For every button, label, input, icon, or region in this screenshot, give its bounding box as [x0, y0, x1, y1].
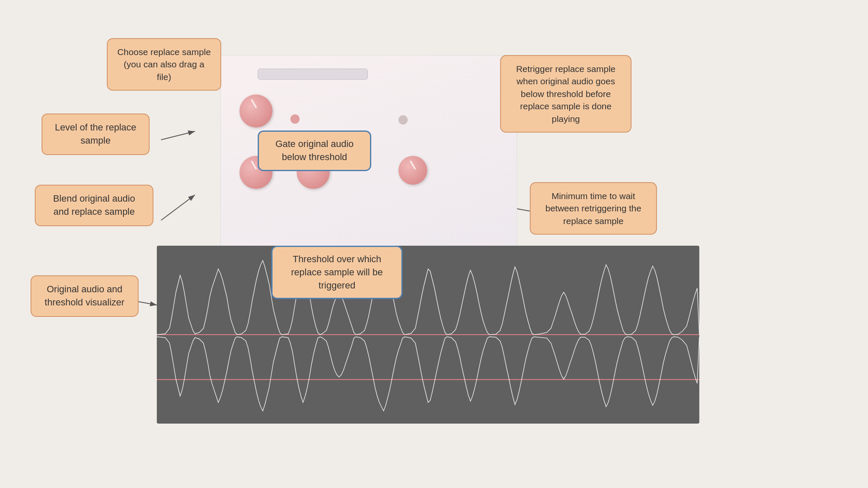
- choose-sample-annotation: Choose replace sample (you can also drag…: [107, 38, 221, 91]
- retrigger-hold-group: [398, 152, 427, 187]
- retrigger-annotation: Retrigger replace sample when original a…: [500, 55, 632, 133]
- gate-text: Gate original audio below threshold: [275, 139, 354, 162]
- waveform-area: [157, 246, 699, 424]
- gate-group: [290, 114, 304, 124]
- gate-annotation: Gate original audio below threshold: [258, 130, 371, 171]
- threshold-text: Threshold over which replace sample will…: [291, 254, 383, 291]
- retrigger-text: Retrigger replace sample when original a…: [516, 64, 616, 124]
- replace-level-knob[interactable]: [239, 94, 273, 128]
- retrigger-hold-text: Minimum time to wait between retriggerin…: [545, 191, 641, 226]
- retrigger-group: [398, 115, 412, 125]
- retrigger-dot[interactable]: [398, 115, 408, 125]
- blend-text: Blend original audio and replace sample: [53, 193, 135, 217]
- svg-line-2: [161, 131, 195, 140]
- original-audio-text: Original audio and threshold visualizer: [45, 284, 124, 308]
- choose-sample-text: Choose replace sample (you can also drag…: [117, 47, 211, 82]
- replace-level-annotation: Level of the replace sample: [42, 114, 150, 155]
- retrigger-hold-annotation: Minimum time to wait between retriggerin…: [530, 182, 657, 235]
- blend-annotation: Blend original audio and replace sample: [35, 185, 153, 226]
- replace-level-text: Level of the replace sample: [55, 122, 136, 146]
- waveform-svg: [157, 246, 699, 424]
- original-audio-annotation: Original audio and threshold visualizer: [31, 275, 139, 317]
- gate-dot[interactable]: [290, 114, 300, 124]
- retrigger-hold-knob[interactable]: [398, 156, 427, 185]
- replace-level-group: [239, 91, 273, 130]
- threshold-annotation: Threshold over which replace sample will…: [271, 246, 403, 299]
- svg-line-3: [161, 195, 195, 220]
- file-selector[interactable]: [258, 69, 368, 80]
